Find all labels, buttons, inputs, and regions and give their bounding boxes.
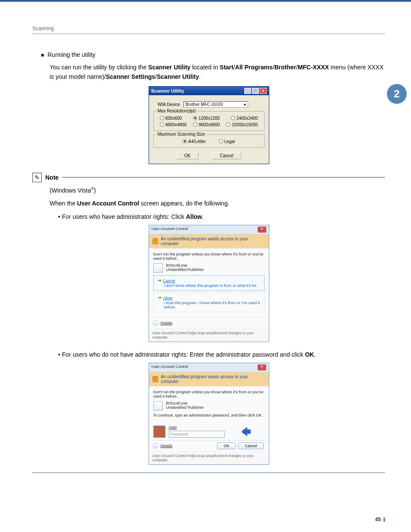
uac-footer-text: User Account Control helps stop unauthor…	[149, 328, 269, 342]
note-body: (Windows Vista®) When the User Account C…	[32, 186, 385, 465]
resolution-group-title: Max Resolution(dpi)	[156, 109, 197, 113]
uac-details[interactable]: ⌄ Details	[153, 443, 173, 449]
user-label: User	[169, 425, 225, 429]
ok-button[interactable]: OK	[176, 152, 199, 159]
note-uac-line: When the User Account Control screen app…	[50, 199, 385, 208]
note-bullet-nonadmin: For users who do not have administrator …	[58, 350, 385, 359]
radio-600[interactable]: 600x600	[160, 116, 182, 121]
uac-details[interactable]: ⌄ Details	[149, 317, 269, 328]
close-icon[interactable]: ✕	[258, 364, 266, 370]
intro-paragraph: You can run the utility by clicking the …	[50, 62, 385, 82]
uac-warning: Don't run the program unless you know wh…	[153, 252, 265, 261]
uac-continue-text: To continue, type an administrator passw…	[153, 413, 265, 417]
program-icon	[153, 263, 163, 273]
page-number-bar	[383, 517, 385, 522]
radio-19200[interactable]: 19200x19200	[226, 122, 258, 127]
section-title: Running the utility	[47, 51, 95, 58]
note-vista: (Windows Vista®)	[50, 186, 385, 195]
arrow-icon: ➜	[157, 277, 162, 283]
uac-dialog-password: User Account Control ✕ ! An unidentified…	[149, 363, 269, 465]
close-icon[interactable]: ✕	[258, 227, 266, 233]
shield-icon: !	[153, 376, 159, 382]
arrow-icon: ➜	[157, 295, 162, 301]
content: Scanning Running the utility You can run…	[0, 2, 411, 473]
note-icon: ✎	[32, 173, 42, 182]
cancel-button[interactable]: Cancel	[212, 152, 241, 159]
uac-allow-action[interactable]: ➜Allow I trust this program. I know wher…	[153, 292, 265, 312]
resolution-group: Max Resolution(dpi) 600x600 1200x1200 24…	[153, 111, 265, 131]
radio-2400[interactable]: 2400x2400	[231, 116, 258, 121]
uac-warning: Don't run the program unless you know wh…	[153, 390, 265, 398]
radio-1200[interactable]: 1200x1200	[193, 116, 220, 121]
uac-banner: ! An unidentified program wants access t…	[149, 234, 269, 249]
size-group-title: Maximum Scanning Size	[156, 132, 206, 137]
chevron-down-icon: ⌄	[153, 443, 159, 449]
radio-a4[interactable]: A4/Letter	[183, 139, 206, 144]
uac-titlebar[interactable]: User Account Control ✕	[149, 363, 269, 372]
avatar-icon	[153, 426, 165, 438]
dialog-body: WIA Device Brother MFC-XXXX ▾ Max Resolu…	[149, 95, 269, 164]
note-end-rule	[32, 473, 385, 473]
header-rule	[32, 34, 385, 34]
uac-titlebar[interactable]: User Account Control ✕	[149, 225, 269, 234]
note-bullet-admin: For users who have administrator rights:…	[58, 212, 385, 221]
radio-9600[interactable]: 9600x9600	[193, 122, 220, 127]
note-rule	[62, 177, 385, 177]
uac-user-row: User Password	[153, 425, 265, 438]
shield-icon: !	[153, 238, 159, 244]
device-select[interactable]: Brother MFC-XXXX ▾	[184, 101, 248, 108]
uac-dialog-admin: User Account Control ✕ ! An unidentified…	[149, 225, 269, 342]
cancel-button[interactable]: Cancel	[238, 442, 263, 449]
section-heading: Running the utility	[41, 51, 385, 58]
uac-cancel-action[interactable]: ➜Cancel I don't know where this program …	[153, 275, 265, 291]
uac-footer-text: User Account Control helps stop unauthor…	[149, 451, 269, 464]
maximize-icon[interactable]: □	[252, 88, 259, 94]
device-label: WIA Device	[153, 102, 184, 107]
note-title: Note	[45, 174, 59, 181]
scanner-utility-dialog: Scanner Utility _ □ ✕ WIA Device Brother…	[149, 86, 269, 164]
chapter-tab: 2	[387, 84, 407, 104]
close-icon[interactable]: ✕	[260, 88, 267, 94]
program-icon	[153, 401, 163, 411]
uac-program: BrScUtil.exe Unidentified Publisher	[153, 263, 265, 273]
radio-legal[interactable]: Legal	[219, 139, 235, 144]
arrow-left-icon	[241, 426, 254, 437]
password-field[interactable]: Password	[169, 431, 225, 438]
chevron-down-icon: ⌄	[153, 320, 159, 326]
uac-banner: ! An unidentified program wants access t…	[149, 372, 269, 386]
ok-button[interactable]: OK	[217, 442, 236, 449]
square-bullet	[41, 51, 47, 58]
dialog-titlebar[interactable]: Scanner Utility _ □ ✕	[149, 87, 269, 95]
header-small: Scanning	[32, 25, 385, 31]
dialog-title: Scanner Utility	[151, 88, 184, 93]
minimize-icon[interactable]: _	[244, 88, 251, 94]
note-header: ✎ Note	[32, 173, 385, 182]
size-group: Maximum Scanning Size A4/Letter Legal	[153, 134, 265, 148]
uac-program: BrScUtil.exe Unidentified Publisher	[153, 401, 265, 411]
radio-4800[interactable]: 4800x4800	[160, 122, 187, 127]
page-number: 45	[375, 516, 381, 523]
dropdown-icon: ▾	[244, 102, 246, 107]
